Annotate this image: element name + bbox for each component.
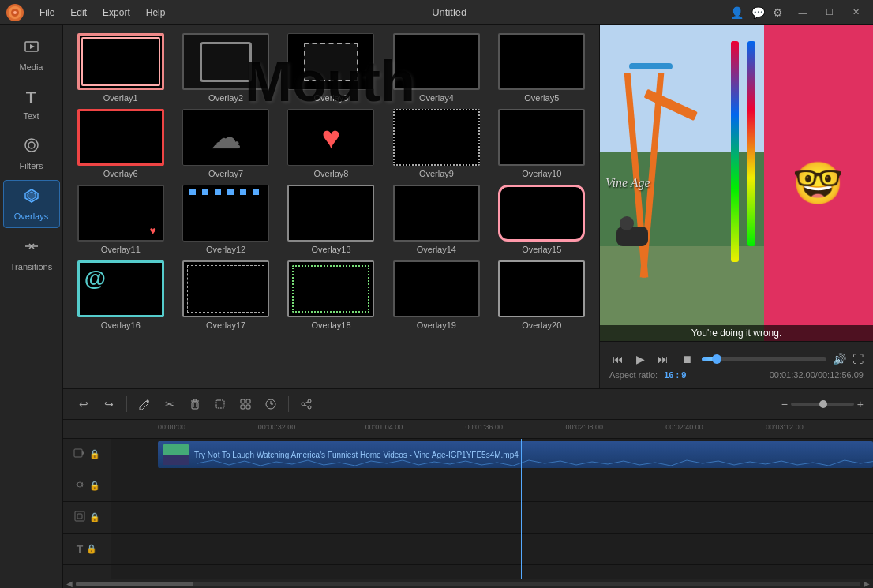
top-content: Mouth Overlay1 Overlay2 Overlay3 (63, 25, 873, 388)
list-item[interactable]: Overlay1 (71, 33, 170, 103)
zoom-in-icon[interactable]: + (857, 398, 864, 410)
list-item[interactable]: Overlay17 (176, 260, 275, 330)
horizontal-scrollbar[interactable] (76, 582, 860, 586)
menu-export[interactable]: Export (99, 6, 133, 20)
timeline-tracks: 🔒 🔒 🔒 T (63, 439, 873, 579)
progress-bar[interactable] (702, 357, 826, 361)
list-item[interactable]: Overlay16 (71, 260, 170, 330)
step-forward-button[interactable]: ⏭ (654, 351, 672, 367)
sidebar-item-media[interactable]: Media (3, 32, 60, 78)
list-item[interactable]: Overlay15 (493, 185, 591, 254)
svg-rect-29 (74, 449, 82, 457)
crop-button[interactable] (209, 393, 231, 415)
grid-button[interactable] (234, 393, 257, 415)
sidebar-item-filters[interactable]: Filters (3, 130, 60, 177)
list-item[interactable]: Overlay18 (282, 260, 380, 330)
list-item[interactable]: Overlay13 (282, 185, 380, 254)
preview-video: 🤓 Vine Age You're doing it wrong. (600, 25, 873, 341)
list-item[interactable]: Overlay8 (282, 109, 380, 178)
redo-button[interactable]: ↪ (98, 393, 120, 415)
close-button[interactable]: ✕ (846, 4, 867, 21)
list-item[interactable]: Overlay10 (493, 109, 591, 178)
sidebar-item-label-overlays: Overlays (14, 212, 48, 221)
timeline-scrollbar: ◀ ▶ (63, 579, 873, 588)
zoom-thumb (819, 400, 827, 408)
scroll-left-arrow[interactable]: ◀ (66, 579, 73, 588)
ruler-mark-2: 00:01:04.00 (365, 423, 403, 431)
overlay-thumb-13 (287, 185, 374, 242)
overlay-track-row (111, 502, 873, 534)
overlay-label-5: Overlay5 (524, 93, 559, 103)
svg-marker-30 (82, 451, 84, 455)
svg-point-5 (25, 139, 38, 152)
draw-button[interactable] (133, 393, 155, 415)
menu-edit[interactable]: Edit (67, 6, 90, 20)
overlay-label-2: Overlay2 (208, 93, 243, 103)
sidebar-item-transitions[interactable]: Transitions (3, 231, 60, 278)
overlays-icon (23, 187, 40, 208)
text-track-row (111, 534, 873, 565)
zoom-slider[interactable] (791, 403, 854, 406)
menu-help[interactable]: Help (143, 6, 169, 20)
overlay-thumb-19 (393, 260, 480, 317)
maximize-button[interactable]: ☐ (819, 4, 840, 21)
list-item[interactable]: Overlay20 (493, 260, 591, 330)
video-track-lock[interactable]: 🔒 (89, 449, 100, 459)
content-area: Mouth Overlay1 Overlay2 Overlay3 (63, 25, 873, 588)
list-item[interactable]: Overlay7 (176, 109, 275, 178)
video-clip[interactable]: Try Not To Laugh Watching America's Funn… (158, 441, 873, 468)
overlay-thumb-2 (182, 33, 269, 90)
fullscreen-icon[interactable]: ⛶ (852, 353, 864, 365)
zoom-out-icon[interactable]: − (781, 398, 788, 410)
list-item[interactable]: Overlay4 (387, 33, 485, 103)
stop-button[interactable]: ⏹ (678, 351, 695, 367)
media-icon (23, 38, 40, 59)
list-item[interactable]: Overlay5 (493, 33, 591, 103)
delete-button[interactable] (184, 393, 206, 415)
user-icon[interactable]: 👤 (730, 6, 744, 19)
track-headers: 🔒 🔒 🔒 T (63, 439, 111, 579)
sidebar-item-overlays[interactable]: Overlays (3, 180, 60, 228)
sidebar-item-text[interactable]: T Text (3, 81, 60, 127)
audio-track-row (111, 470, 873, 502)
list-item[interactable]: Overlay12 (176, 185, 275, 254)
volume-icon[interactable]: 🔊 (833, 353, 846, 365)
list-item[interactable]: Overlay2 (176, 33, 275, 103)
history-button[interactable] (260, 393, 282, 415)
overlay-track-lock[interactable]: 🔒 (89, 512, 100, 522)
vine-text-overlay: Vine Age (605, 176, 650, 190)
share-button[interactable] (295, 393, 317, 415)
cut-button[interactable]: ✂ (159, 393, 181, 415)
chat-icon[interactable]: 💬 (751, 6, 765, 19)
list-item[interactable]: Overlay14 (387, 185, 485, 254)
overlay-label-18: Overlay18 (311, 320, 350, 330)
time-display: 00:01:32.00/00:12:56.09 (770, 370, 864, 380)
step-back-button[interactable]: ⏮ (609, 351, 627, 367)
sidebar-item-label-text: Text (23, 111, 39, 121)
undo-button[interactable]: ↩ (73, 393, 95, 415)
overlay-thumb-20 (498, 260, 585, 317)
overlay-label-20: Overlay20 (522, 320, 561, 330)
list-item[interactable]: Overlay3 (282, 33, 380, 103)
list-item[interactable]: Overlay19 (387, 260, 485, 330)
scroll-right-arrow[interactable]: ▶ (864, 579, 870, 588)
sidebar: Media T Text Filters Overlays Transition… (0, 25, 63, 588)
audio-track-lock[interactable]: 🔒 (89, 481, 100, 491)
list-item[interactable]: Overlay11 (71, 185, 170, 254)
toolbar-divider-1 (126, 396, 127, 412)
svg-line-27 (305, 402, 308, 403)
play-button[interactable]: ▶ (633, 351, 648, 367)
list-item[interactable]: Overlay6 (71, 109, 170, 178)
ruler-mark-3: 00:01:36.00 (466, 423, 504, 431)
overlay-thumb-7 (182, 109, 269, 166)
text-track-lock[interactable]: 🔒 (86, 544, 97, 554)
aspect-row: Aspect ratio: 16 : 9 00:01:32.00/00:12:5… (609, 370, 864, 380)
list-item[interactable]: Overlay9 (387, 109, 485, 178)
menu-file[interactable]: File (36, 6, 58, 20)
svg-line-28 (305, 405, 308, 406)
minimize-button[interactable]: — (792, 4, 813, 21)
track-header-audio: 🔒 (63, 470, 111, 502)
overlay-thumb-16 (77, 260, 164, 317)
track-header-video: 🔒 (63, 439, 111, 470)
settings-icon[interactable]: ⚙ (773, 6, 783, 19)
